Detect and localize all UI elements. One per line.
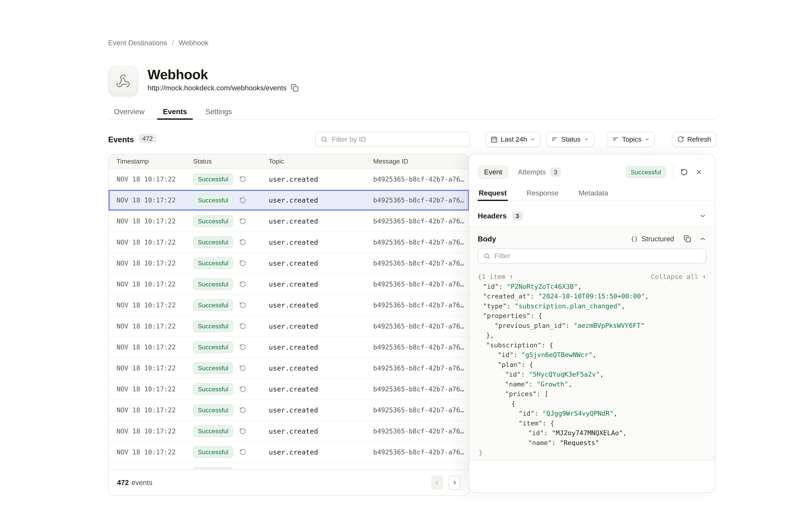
cell-message-id: b4925365-b8cf-42b7-a76… [373,406,469,414]
table-row[interactable]: NOV 18 10:17:22Successfuluser.createdb49… [109,316,469,337]
time-range-label: Last 24h [501,135,527,143]
retry-icon[interactable] [239,302,246,309]
table-row[interactable]: NOV 18 10:17:22Successfuluser.createdb49… [109,358,469,379]
retry-icon[interactable] [239,281,246,288]
collapse-all-button[interactable]: Collapse all ↑ [651,272,706,282]
search-icon [484,252,490,260]
column-message-id: Message ID [373,158,469,165]
retry-icon[interactable] [239,197,246,204]
page-tabs: Overview Events Settings [108,104,715,120]
filter-by-id-input[interactable] [315,132,471,147]
table-row[interactable]: NOV 18 10:17:22Successfuluser.createdb49… [109,337,469,358]
cell-timestamp: NOV 18 10:17:22 [109,217,193,225]
close-panel-icon[interactable] [692,169,706,176]
json-items-meta[interactable]: {1 item ↑ [478,272,513,282]
retry-icon[interactable] [239,449,246,455]
topics-filter-button[interactable]: Topics [607,132,655,147]
cell-timestamp: NOV 18 10:17:22 [109,239,193,246]
breadcrumb-current[interactable]: Webhook [178,39,208,47]
cell-topic: user.created [269,427,373,435]
event-pill[interactable]: Event [478,165,508,179]
retry-icon[interactable] [239,218,246,225]
tab-metadata[interactable]: Metadata [578,186,609,201]
cell-timestamp: NOV 18 10:17:22 [109,196,193,204]
event-detail-panel: Event Attempts 3 Successful Request Resp… [469,154,715,493]
cell-topic: user.created [269,175,373,183]
search-icon [321,136,327,143]
table-row[interactable]: NOV 18 10:17:22Successfuluser.createdb49… [109,421,469,442]
breadcrumb-section[interactable]: Event Destinations [108,39,167,47]
refresh-button[interactable]: Refresh [672,132,716,147]
status-badge: Successful [193,173,233,185]
status-badge: Successful [193,320,233,332]
filter-by-id-field[interactable] [332,135,465,144]
table-footer: 472 events [109,469,469,495]
retry-icon[interactable] [239,365,246,372]
chevron-up-icon[interactable] [699,235,706,242]
tab-settings[interactable]: Settings [200,104,238,119]
cell-timestamp: NOV 18 10:17:22 [109,280,193,288]
cell-message-id: b4925365-b8cf-42b7-a76… [373,280,469,288]
filter-lines-icon [612,136,619,143]
copy-body-icon[interactable] [684,235,691,243]
json-line: "plan": { [478,360,706,370]
time-range-button[interactable]: Last 24h [485,132,541,147]
retry-icon[interactable] [239,239,246,246]
retry-icon[interactable] [239,344,246,350]
cell-timestamp: NOV 18 10:17:22 [109,322,193,330]
column-status: Status [193,158,269,165]
copy-url-icon[interactable] [291,84,299,92]
body-filter-field[interactable] [494,252,700,260]
webhook-events-page: Event Destinations / Webhook Webhook htt… [0,0,794,532]
next-page-button[interactable] [449,475,460,490]
retry-icon[interactable] [239,407,246,414]
body-filter-input[interactable] [478,248,706,264]
prev-page-button[interactable] [431,475,443,490]
body-label: Body [478,235,496,243]
json-line: "id": "gSjvn6eQTBewNWcr", [478,350,706,360]
attempts-count-badge: 3 [550,168,561,177]
tab-events[interactable]: Events [157,104,193,119]
table-row[interactable]: NOV 18 10:17:22Successfuluser.createdb49… [109,274,469,295]
divider [673,165,674,179]
table-row[interactable]: NOV 18 10:17:22Successfuluser.createdb49… [109,232,469,253]
body-section: Body {} Structured {1 item ↑ Collapse al… [469,227,715,460]
table-row[interactable]: NOV 18 10:17:22Successfuluser.createdb49… [109,400,469,421]
table-row[interactable]: NOV 18 10:17:22Successfuluser.createdb49… [109,253,469,274]
refresh-icon [677,136,684,143]
retry-icon[interactable] [239,386,246,393]
tab-overview[interactable]: Overview [108,104,150,119]
status-filter-button[interactable]: Status [546,132,594,147]
attempts-toggle[interactable]: Attempts 3 [518,168,561,177]
chevron-down-icon [699,213,706,220]
structured-toggle[interactable]: {} Structured [631,235,674,243]
retry-icon[interactable] [239,176,246,183]
table-row[interactable]: NOV 18 10:17:22Successfuluser.createdb49… [109,295,469,316]
cell-status: Successful [193,341,269,353]
tab-request[interactable]: Request [478,186,508,201]
events-count-badge: 472 [139,134,156,143]
table-row[interactable]: NOV 18 10:17:22Successfuluser.createdb49… [109,442,469,463]
cell-topic: user.created [269,385,373,393]
chevron-down-icon [584,137,589,142]
tab-response[interactable]: Response [526,186,560,201]
table-row[interactable]: NOV 18 10:17:22Successfuluser.createdb49… [109,211,469,232]
retry-icon[interactable] [239,260,246,267]
retry-icon[interactable] [239,323,246,329]
json-line: { [478,399,706,409]
status-badge: Successful [193,404,233,416]
status-filter-label: Status [561,135,581,143]
cell-status: Successful [193,194,269,206]
table-row[interactable]: NOV 18 10:17:22Successfuluser.createdb49… [109,379,469,400]
table-row[interactable]: NOV 18 10:17:22Successfuluser.createdb49… [109,169,469,190]
cell-status: Successful [193,173,269,185]
headers-section-toggle[interactable]: Headers 3 [469,201,715,227]
cell-message-id: b4925365-b8cf-42b7-a76… [373,364,469,372]
status-badge: Successful [193,278,233,290]
column-topic: Topic [269,158,373,165]
status-badge: Successful [193,446,233,458]
retry-icon[interactable] [239,428,246,435]
retry-event-icon[interactable] [677,168,692,176]
table-row[interactable]: NOV 18 10:17:22Successfuluser.createdb49… [109,190,469,211]
cell-timestamp: NOV 18 10:17:22 [109,406,193,414]
